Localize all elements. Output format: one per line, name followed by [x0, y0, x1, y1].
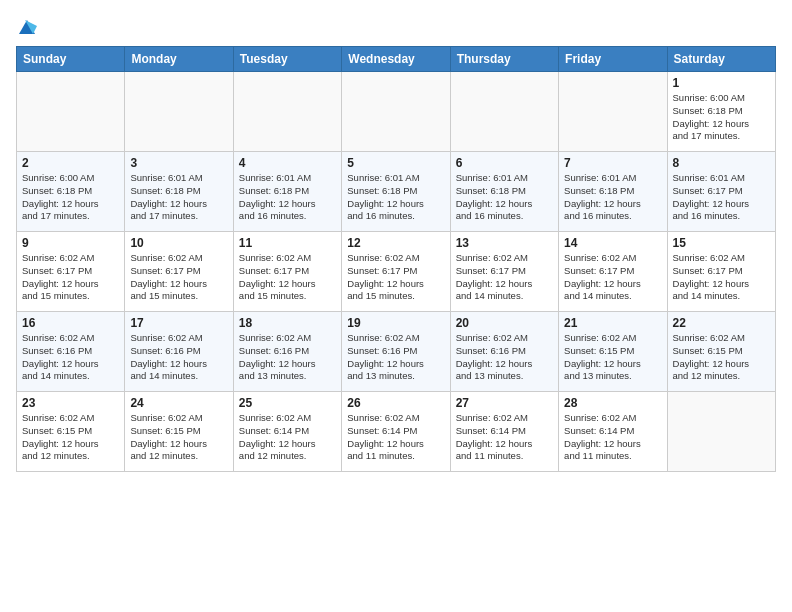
day-info: Sunrise: 6:02 AMSunset: 6:15 PMDaylight:…: [130, 412, 227, 463]
calendar-cell: 22Sunrise: 6:02 AMSunset: 6:15 PMDayligh…: [667, 312, 775, 392]
calendar-cell: 20Sunrise: 6:02 AMSunset: 6:16 PMDayligh…: [450, 312, 558, 392]
day-number: 14: [564, 236, 661, 250]
week-row-2: 2Sunrise: 6:00 AMSunset: 6:18 PMDaylight…: [17, 152, 776, 232]
day-number: 11: [239, 236, 336, 250]
day-number: 21: [564, 316, 661, 330]
day-info: Sunrise: 6:01 AMSunset: 6:17 PMDaylight:…: [673, 172, 770, 223]
day-info: Sunrise: 6:02 AMSunset: 6:16 PMDaylight:…: [130, 332, 227, 383]
calendar-cell: 21Sunrise: 6:02 AMSunset: 6:15 PMDayligh…: [559, 312, 667, 392]
calendar-cell: 2Sunrise: 6:00 AMSunset: 6:18 PMDaylight…: [17, 152, 125, 232]
col-header-wednesday: Wednesday: [342, 47, 450, 72]
day-number: 17: [130, 316, 227, 330]
calendar-header-row: SundayMondayTuesdayWednesdayThursdayFrid…: [17, 47, 776, 72]
calendar-cell: 18Sunrise: 6:02 AMSunset: 6:16 PMDayligh…: [233, 312, 341, 392]
day-number: 12: [347, 236, 444, 250]
col-header-tuesday: Tuesday: [233, 47, 341, 72]
day-number: 10: [130, 236, 227, 250]
col-header-monday: Monday: [125, 47, 233, 72]
calendar-table: SundayMondayTuesdayWednesdayThursdayFrid…: [16, 46, 776, 472]
calendar-cell: [450, 72, 558, 152]
calendar-cell: 6Sunrise: 6:01 AMSunset: 6:18 PMDaylight…: [450, 152, 558, 232]
calendar-cell: 4Sunrise: 6:01 AMSunset: 6:18 PMDaylight…: [233, 152, 341, 232]
day-info: Sunrise: 6:02 AMSunset: 6:17 PMDaylight:…: [347, 252, 444, 303]
calendar-cell: 12Sunrise: 6:02 AMSunset: 6:17 PMDayligh…: [342, 232, 450, 312]
day-number: 5: [347, 156, 444, 170]
day-number: 27: [456, 396, 553, 410]
day-info: Sunrise: 6:01 AMSunset: 6:18 PMDaylight:…: [456, 172, 553, 223]
day-info: Sunrise: 6:01 AMSunset: 6:18 PMDaylight:…: [564, 172, 661, 223]
day-info: Sunrise: 6:02 AMSunset: 6:14 PMDaylight:…: [347, 412, 444, 463]
day-info: Sunrise: 6:02 AMSunset: 6:15 PMDaylight:…: [673, 332, 770, 383]
week-row-3: 9Sunrise: 6:02 AMSunset: 6:17 PMDaylight…: [17, 232, 776, 312]
day-info: Sunrise: 6:02 AMSunset: 6:17 PMDaylight:…: [564, 252, 661, 303]
day-number: 1: [673, 76, 770, 90]
day-info: Sunrise: 6:02 AMSunset: 6:14 PMDaylight:…: [239, 412, 336, 463]
day-info: Sunrise: 6:02 AMSunset: 6:16 PMDaylight:…: [347, 332, 444, 383]
day-info: Sunrise: 6:02 AMSunset: 6:17 PMDaylight:…: [239, 252, 336, 303]
calendar-cell: 9Sunrise: 6:02 AMSunset: 6:17 PMDaylight…: [17, 232, 125, 312]
calendar-cell: 11Sunrise: 6:02 AMSunset: 6:17 PMDayligh…: [233, 232, 341, 312]
page-container: SundayMondayTuesdayWednesdayThursdayFrid…: [0, 0, 792, 480]
calendar-cell: 1Sunrise: 6:00 AMSunset: 6:18 PMDaylight…: [667, 72, 775, 152]
calendar-cell: 28Sunrise: 6:02 AMSunset: 6:14 PMDayligh…: [559, 392, 667, 472]
calendar-cell: 27Sunrise: 6:02 AMSunset: 6:14 PMDayligh…: [450, 392, 558, 472]
calendar-cell: 23Sunrise: 6:02 AMSunset: 6:15 PMDayligh…: [17, 392, 125, 472]
day-number: 20: [456, 316, 553, 330]
day-info: Sunrise: 6:02 AMSunset: 6:17 PMDaylight:…: [673, 252, 770, 303]
day-number: 8: [673, 156, 770, 170]
calendar-cell: [559, 72, 667, 152]
calendar-cell: [17, 72, 125, 152]
day-info: Sunrise: 6:02 AMSunset: 6:16 PMDaylight:…: [22, 332, 119, 383]
day-number: 28: [564, 396, 661, 410]
day-number: 22: [673, 316, 770, 330]
week-row-1: 1Sunrise: 6:00 AMSunset: 6:18 PMDaylight…: [17, 72, 776, 152]
calendar-cell: 26Sunrise: 6:02 AMSunset: 6:14 PMDayligh…: [342, 392, 450, 472]
day-number: 25: [239, 396, 336, 410]
calendar-cell: 8Sunrise: 6:01 AMSunset: 6:17 PMDaylight…: [667, 152, 775, 232]
calendar-cell: 7Sunrise: 6:01 AMSunset: 6:18 PMDaylight…: [559, 152, 667, 232]
day-number: 13: [456, 236, 553, 250]
calendar-cell: 3Sunrise: 6:01 AMSunset: 6:18 PMDaylight…: [125, 152, 233, 232]
calendar-cell: 5Sunrise: 6:01 AMSunset: 6:18 PMDaylight…: [342, 152, 450, 232]
day-info: Sunrise: 6:02 AMSunset: 6:17 PMDaylight:…: [456, 252, 553, 303]
day-number: 19: [347, 316, 444, 330]
week-row-5: 23Sunrise: 6:02 AMSunset: 6:15 PMDayligh…: [17, 392, 776, 472]
day-info: Sunrise: 6:02 AMSunset: 6:15 PMDaylight:…: [564, 332, 661, 383]
day-info: Sunrise: 6:00 AMSunset: 6:18 PMDaylight:…: [22, 172, 119, 223]
day-info: Sunrise: 6:01 AMSunset: 6:18 PMDaylight:…: [347, 172, 444, 223]
calendar-cell: 13Sunrise: 6:02 AMSunset: 6:17 PMDayligh…: [450, 232, 558, 312]
day-info: Sunrise: 6:02 AMSunset: 6:15 PMDaylight:…: [22, 412, 119, 463]
day-info: Sunrise: 6:01 AMSunset: 6:18 PMDaylight:…: [130, 172, 227, 223]
day-info: Sunrise: 6:02 AMSunset: 6:14 PMDaylight:…: [456, 412, 553, 463]
col-header-saturday: Saturday: [667, 47, 775, 72]
day-info: Sunrise: 6:02 AMSunset: 6:17 PMDaylight:…: [130, 252, 227, 303]
day-number: 2: [22, 156, 119, 170]
calendar-cell: 19Sunrise: 6:02 AMSunset: 6:16 PMDayligh…: [342, 312, 450, 392]
header: [16, 16, 776, 34]
day-info: Sunrise: 6:02 AMSunset: 6:16 PMDaylight:…: [239, 332, 336, 383]
calendar-cell: 10Sunrise: 6:02 AMSunset: 6:17 PMDayligh…: [125, 232, 233, 312]
day-number: 16: [22, 316, 119, 330]
day-number: 7: [564, 156, 661, 170]
day-number: 18: [239, 316, 336, 330]
day-number: 3: [130, 156, 227, 170]
calendar-cell: 25Sunrise: 6:02 AMSunset: 6:14 PMDayligh…: [233, 392, 341, 472]
calendar-cell: 24Sunrise: 6:02 AMSunset: 6:15 PMDayligh…: [125, 392, 233, 472]
day-info: Sunrise: 6:02 AMSunset: 6:14 PMDaylight:…: [564, 412, 661, 463]
day-number: 23: [22, 396, 119, 410]
day-info: Sunrise: 6:02 AMSunset: 6:16 PMDaylight:…: [456, 332, 553, 383]
day-info: Sunrise: 6:02 AMSunset: 6:17 PMDaylight:…: [22, 252, 119, 303]
day-info: Sunrise: 6:01 AMSunset: 6:18 PMDaylight:…: [239, 172, 336, 223]
col-header-friday: Friday: [559, 47, 667, 72]
logo: [16, 16, 37, 34]
calendar-cell: 16Sunrise: 6:02 AMSunset: 6:16 PMDayligh…: [17, 312, 125, 392]
day-number: 26: [347, 396, 444, 410]
logo-icon: [17, 16, 37, 36]
calendar-cell: 14Sunrise: 6:02 AMSunset: 6:17 PMDayligh…: [559, 232, 667, 312]
calendar-cell: [342, 72, 450, 152]
calendar-cell: [233, 72, 341, 152]
week-row-4: 16Sunrise: 6:02 AMSunset: 6:16 PMDayligh…: [17, 312, 776, 392]
day-number: 24: [130, 396, 227, 410]
calendar-cell: 15Sunrise: 6:02 AMSunset: 6:17 PMDayligh…: [667, 232, 775, 312]
day-number: 6: [456, 156, 553, 170]
